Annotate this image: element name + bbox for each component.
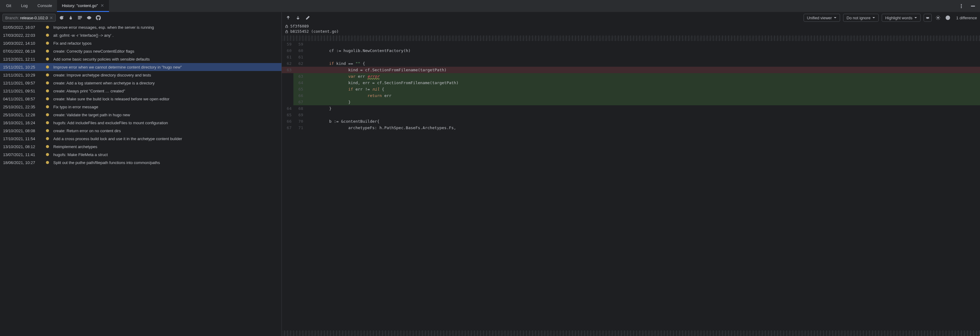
diff-line: 6161	[282, 54, 980, 60]
close-icon[interactable]: ✕	[100, 3, 104, 8]
folded-region[interactable]	[282, 35, 980, 41]
commit-dot-icon	[46, 41, 49, 45]
svg-point-7	[89, 17, 90, 18]
edit-icon[interactable]	[304, 14, 311, 21]
line-number-old: 64	[282, 105, 293, 112]
diff-line: 67 }	[282, 99, 980, 105]
commit-date: 13/07/2021, 11:41	[3, 152, 41, 157]
commit-row[interactable]: 12/11/2021, 09:57create: Add a log state…	[0, 79, 282, 87]
commit-date: 07/01/2022, 06:19	[3, 49, 41, 54]
commit-dot-icon	[46, 81, 49, 84]
commit-row[interactable]: 13/07/2021, 11:41hugofs: Make FileMeta a…	[0, 151, 282, 158]
line-number-old: 60	[282, 48, 293, 54]
close-icon[interactable]: ✕	[49, 16, 53, 20]
commit-message: Improve error when we cannot determine c…	[53, 65, 182, 70]
diff-line: 6569	[282, 112, 980, 118]
commit-dot-icon	[46, 49, 49, 52]
commit-date: 16/10/2021, 16:24	[3, 120, 41, 125]
commit-row[interactable]: 16/10/2021, 16:24hugofs: Add includeFile…	[0, 119, 282, 127]
github-icon[interactable]	[95, 14, 102, 21]
commit-row[interactable]: 17/10/2021, 11:54Add a cross process bui…	[0, 135, 282, 143]
arrow-up-icon[interactable]	[285, 14, 291, 21]
collapse-icon[interactable]	[924, 14, 932, 22]
refresh-icon[interactable]	[58, 14, 65, 21]
highlight-dropdown[interactable]: Highlight words	[882, 14, 921, 22]
code-content: return err	[305, 92, 980, 99]
commit-row[interactable]: 13/10/2021, 08:12Reimplement archetypes	[0, 143, 282, 151]
commit-message: Add some basic security policies with se…	[53, 57, 150, 62]
more-icon[interactable]	[958, 3, 965, 10]
tab-label: Log	[21, 3, 28, 8]
svg-point-8	[937, 17, 939, 18]
eye-icon[interactable]	[86, 14, 92, 21]
commit-dot-icon	[46, 34, 49, 37]
chevron-down-icon	[834, 16, 837, 19]
line-number-new: 62	[293, 60, 305, 67]
code-content	[305, 54, 980, 60]
gear-icon[interactable]	[935, 14, 942, 21]
folded-region[interactable]	[282, 331, 980, 336]
tab-console[interactable]: Console	[32, 0, 57, 12]
line-number-new: 59	[293, 41, 305, 48]
commit-row[interactable]: 19/10/2021, 08:08create: Return error on…	[0, 127, 282, 135]
commit-message: create: Make sure the build lock is rele…	[53, 97, 169, 101]
ignore-dropdown[interactable]: Do not ignore	[843, 14, 879, 22]
help-icon[interactable]	[945, 14, 951, 21]
branch-filter[interactable]: Branch: release-0.102.0 ✕	[2, 14, 56, 22]
tab-git[interactable]: Git	[1, 0, 16, 12]
commit-row[interactable]: 07/01/2022, 06:19create: Correctly pass …	[0, 47, 282, 55]
diff-line: 64 kind, err = cf.SectionFromFilename(ta…	[282, 79, 980, 86]
commit-message: create: Correctly pass newContentEditor …	[53, 49, 134, 54]
diff-line: 6468 }	[282, 105, 980, 112]
commit-message: hugofs: Add includeFiles and excludeFile…	[53, 120, 168, 125]
commit-row[interactable]: 02/05/2022, 16:07Improve error messages,…	[0, 23, 282, 31]
viewer-dropdown[interactable]: Unified viewer	[803, 14, 840, 22]
commit-dot-icon	[46, 113, 49, 116]
line-number-old: 62	[282, 60, 293, 67]
svg-point-2	[961, 7, 962, 8]
diff-line: 63 var err error	[282, 73, 980, 79]
code-content	[305, 41, 980, 48]
commit-dot-icon	[46, 89, 49, 92]
code-content: kind, err = cf.SectionFromFilename(targe…	[305, 79, 980, 86]
line-number-new: 60	[293, 48, 305, 54]
line-number-new: 64	[293, 79, 305, 86]
code-content	[305, 112, 980, 118]
cherrypick-icon[interactable]	[67, 14, 74, 21]
commit-list-panel: Branch: release-0.102.0 ✕	[0, 12, 282, 336]
arrow-down-icon[interactable]	[294, 14, 301, 21]
svg-rect-3	[971, 6, 975, 6]
commit-row[interactable]: 12/11/2021, 09:51create: Always print "C…	[0, 87, 282, 95]
commit-row[interactable]: 12/12/2021, 12:11Add some basic security…	[0, 55, 282, 63]
commit-date: 12/11/2021, 10:29	[3, 73, 41, 78]
commit-row[interactable]: 15/11/2021, 10:25Improve error when we c…	[0, 63, 282, 71]
tab-history-content-go-[interactable]: History: "content.go"✕	[57, 0, 109, 12]
tab-log[interactable]: Log	[16, 0, 33, 12]
commit-row[interactable]: 25/10/2021, 12:28create: Validate the ta…	[0, 111, 282, 119]
diff-line: 6771 archetypeFs: h.PathSpec.BaseFs.Arch…	[282, 125, 980, 131]
commit-row[interactable]: 12/11/2021, 10:29create: Improve archety…	[0, 71, 282, 79]
line-number-new: 67	[293, 99, 305, 105]
list-icon[interactable]	[76, 14, 83, 21]
minimize-icon[interactable]	[970, 3, 976, 10]
revision-hashes: 5f3f6089 b8155452 (content.go)	[282, 23, 980, 35]
commit-row[interactable]: 10/03/2022, 14:10Fix and refactor typos	[0, 39, 282, 47]
commit-dot-icon	[46, 26, 49, 29]
chevron-down-icon	[914, 16, 917, 19]
commit-dot-icon	[46, 161, 49, 164]
diff-line: 65 if err != nil {	[282, 86, 980, 92]
commit-row[interactable]: 25/10/2021, 22:35Fix typo in error messa…	[0, 103, 282, 111]
commit-dot-icon	[46, 145, 49, 148]
commit-dot-icon	[46, 121, 49, 124]
diff-line: 6262 if kind == "" {	[282, 60, 980, 67]
commit-row[interactable]: 04/11/2021, 08:57create: Make sure the b…	[0, 95, 282, 103]
commit-row[interactable]: 18/06/2021, 10:27Split out the puthe pat…	[0, 158, 282, 166]
branch-label: Branch:	[5, 16, 19, 20]
chevron-down-icon	[872, 16, 875, 19]
commit-message: create: Add a log statement when archety…	[53, 81, 155, 86]
svg-rect-4	[78, 16, 82, 17]
line-number-old: 63	[282, 67, 293, 73]
commit-row[interactable]: 17/03/2022, 22:03all: gofmt -w -r 'inter…	[0, 31, 282, 39]
code-content: b := &contentBuilder{	[305, 118, 980, 125]
line-number-old: 59	[282, 41, 293, 48]
